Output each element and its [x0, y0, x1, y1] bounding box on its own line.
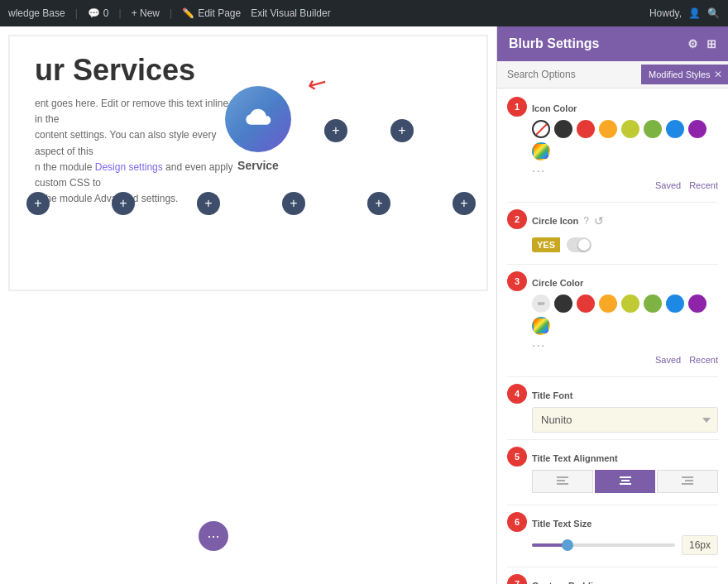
svg-rect-1: [557, 480, 565, 481]
circle-color-lime[interactable]: [621, 294, 639, 313]
align-center-icon: [620, 476, 631, 486]
circle-color-red[interactable]: [577, 294, 595, 313]
comments-count: 0: [103, 7, 109, 19]
icon-color-row: [532, 120, 718, 160]
exit-builder-label: Exit Visual Builder: [251, 7, 331, 19]
design-settings-link[interactable]: Design settings: [95, 161, 163, 173]
site-name-text: wledge Base: [8, 7, 65, 19]
add-row-btn-1[interactable]: +: [26, 192, 50, 215]
step-badge-2: 2: [507, 209, 527, 229]
divider-3: [507, 376, 718, 377]
circle-color-blue[interactable]: [666, 294, 684, 313]
service-label: Service: [237, 159, 279, 172]
icon-color-gradient[interactable]: [532, 142, 550, 160]
add-row-btn-2[interactable]: +: [112, 192, 135, 215]
circle-icon-help[interactable]: ?: [583, 215, 589, 227]
icon-color-green[interactable]: [644, 120, 662, 138]
slider-value[interactable]: 16px: [682, 535, 718, 555]
circle-color-yellow[interactable]: [599, 294, 617, 313]
circle-icon-section: 2 Circle Icon ? ↺ YES: [507, 209, 718, 257]
add-row-btn-4[interactable]: +: [282, 192, 305, 215]
title-font-section: 4 Title Font Nunito Open Sans Roboto: [507, 384, 718, 433]
modified-styles-badge[interactable]: Modified Styles ✕: [641, 65, 728, 84]
more-colors-dots[interactable]: ···: [532, 164, 545, 179]
add-btn-2[interactable]: +: [390, 119, 414, 142]
align-left-icon: [557, 476, 568, 486]
step-badge-7: 7: [507, 574, 527, 584]
divider-5: [507, 505, 718, 505]
site-name-link[interactable]: wledge Base: [8, 7, 65, 19]
add-row-btn-6[interactable]: +: [453, 192, 476, 215]
modified-styles-close-icon[interactable]: ✕: [714, 69, 722, 80]
icon-color-transparent[interactable]: [532, 120, 550, 138]
bottom-add-row: + + + + + +: [26, 192, 476, 215]
cloud-icon: [243, 104, 273, 134]
svg-rect-0: [557, 476, 568, 478]
add-row-btn-5[interactable]: +: [367, 192, 390, 215]
title-size-section: 6 Title Text Size 16px: [507, 512, 718, 560]
search-input[interactable]: [497, 61, 641, 88]
main-area: ur Services ent goes here. Edit or remov…: [0, 26, 728, 584]
icon-color-saved[interactable]: Saved: [655, 180, 681, 190]
separator-1: |: [75, 7, 78, 19]
service-card: Service: [225, 86, 291, 172]
panel-header: Blurb Settings ⚙ ⊞: [497, 26, 728, 61]
canvas-inner: ur Services ent goes here. Edit or remov…: [10, 36, 486, 223]
align-center-btn[interactable]: [595, 470, 656, 493]
svg-rect-3: [620, 476, 631, 478]
icon-color-purple[interactable]: [688, 120, 706, 138]
circle-icon-toggle[interactable]: [567, 237, 592, 252]
align-right-btn[interactable]: [657, 470, 718, 493]
slider-track[interactable]: [532, 543, 675, 547]
exit-builder-link[interactable]: Exit Visual Builder: [251, 7, 331, 19]
icon-color-blue[interactable]: [666, 120, 684, 138]
circle-color-recent[interactable]: Recent: [689, 355, 718, 365]
panel-body: 1 Icon Color ···: [497, 89, 728, 584]
svg-rect-8: [682, 483, 693, 485]
icon-color-saved-recent: Saved Recent: [532, 180, 718, 190]
dots-icon: ···: [207, 528, 219, 545]
icon-color-yellow[interactable]: [599, 120, 617, 138]
svg-rect-4: [621, 480, 630, 481]
icon-color-red[interactable]: [577, 120, 595, 138]
add-row-btn-3[interactable]: +: [197, 192, 220, 215]
icon-color-recent[interactable]: Recent: [689, 180, 718, 190]
new-label: + New: [132, 7, 160, 19]
icon-color-dark[interactable]: [554, 120, 572, 138]
comments-link[interactable]: 💬 0: [88, 7, 109, 19]
step-badge-3: 3: [507, 271, 527, 291]
edit-page-label: Edit Page: [198, 7, 241, 19]
float-menu-btn[interactable]: ···: [199, 521, 228, 551]
circle-icon-toggle-row: YES: [532, 237, 718, 252]
custom-padding-label: Custom Padding: [532, 581, 728, 584]
panel-expand-icon[interactable]: ⊞: [706, 37, 716, 50]
slider-thumb[interactable]: [562, 539, 573, 551]
panel-title: Blurb Settings: [509, 36, 599, 51]
slider-row: 16px: [532, 535, 718, 555]
separator-3: |: [170, 7, 172, 19]
icon-color-lime[interactable]: [621, 120, 639, 138]
circle-color-section: 3 Circle Color ✏ ···: [507, 271, 718, 370]
title-font-select[interactable]: Nunito Open Sans Roboto: [532, 407, 718, 433]
add-btn-1[interactable]: +: [324, 119, 347, 142]
circle-color-picker[interactable]: ✏: [532, 294, 550, 313]
title-size-label: Title Text Size: [532, 519, 718, 529]
toggle-yes-label: YES: [532, 237, 560, 252]
circle-color-green[interactable]: [644, 294, 662, 313]
circle-icon-label: Circle Icon: [532, 216, 578, 226]
edit-page-link[interactable]: ✏️ Edit Page: [182, 7, 241, 19]
align-left-btn[interactable]: [532, 470, 593, 493]
canvas: ur Services ent goes here. Edit or remov…: [0, 26, 496, 584]
circle-color-saved-recent: Saved Recent: [532, 355, 718, 365]
new-link[interactable]: + New: [132, 7, 160, 19]
circle-color-purple[interactable]: [688, 294, 706, 313]
step-badge-5: 5: [507, 447, 527, 467]
circle-icon-reset[interactable]: ↺: [594, 214, 604, 227]
circle-more-dots[interactable]: ···: [532, 338, 545, 353]
circle-color-gradient[interactable]: [532, 317, 550, 335]
circle-color-label: Circle Color: [532, 278, 718, 288]
circle-color-saved[interactable]: Saved: [655, 355, 681, 365]
circle-color-dark[interactable]: [554, 294, 572, 313]
panel-settings-icon[interactable]: ⚙: [687, 37, 698, 50]
search-icon[interactable]: 🔍: [707, 7, 720, 19]
